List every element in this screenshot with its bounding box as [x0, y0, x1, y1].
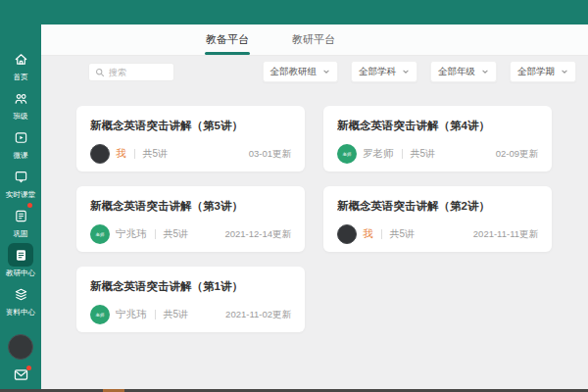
course-meta: 老师 罗老师 共5讲 02-09更新 — [337, 144, 538, 164]
sidebar-item-microcourse[interactable]: 微课 — [0, 125, 41, 165]
course-card[interactable]: 新概念英语突击讲解（第4讲） 老师 罗老师 共5讲 02-09更新 — [323, 106, 552, 172]
filter-dropdown-value: 全部学期 — [517, 66, 555, 78]
lecture-count: 共5讲 — [164, 227, 189, 241]
tab-0[interactable]: 教备平台 — [206, 24, 249, 55]
sidebar-item-research-center[interactable]: 教研中心 — [0, 243, 41, 282]
author-name: 我 — [116, 147, 126, 161]
sidebar-item-label: 首页 — [13, 73, 27, 81]
sidebar-item-class[interactable]: 班级 — [0, 86, 41, 125]
author-avatar-label: 老师 — [343, 151, 352, 156]
course-card[interactable]: 新概念英语突击讲解（第5讲） 我 共5讲 03-01更新 — [76, 106, 305, 172]
tab-label: 教备平台 — [206, 32, 249, 47]
lecture-count: 共5讲 — [390, 227, 416, 241]
mail-button[interactable] — [14, 368, 28, 381]
live-classroom-icon — [14, 170, 28, 184]
lecture-count: 共5讲 — [164, 308, 189, 321]
sidebar-bottom — [8, 334, 33, 381]
top-header-bar: 伯索 — [0, 0, 588, 24]
sidebar-item-materials-center[interactable]: 资料中心 — [0, 282, 41, 321]
search-icon — [95, 64, 105, 81]
author-avatar-label: 老师 — [96, 312, 105, 317]
course-card[interactable]: 新概念英语突击讲解（第2讲） 我 共5讲 2021-11-11更新 — [323, 186, 552, 252]
course-meta: 老师 宁兆玮 共5讲 2021-11-02更新 — [90, 305, 291, 324]
microcourse-icon — [14, 130, 28, 145]
sidebar-item-label: 实时课堂 — [6, 190, 35, 199]
author-avatar-label: 老师 — [96, 231, 105, 236]
author-name: 我 — [363, 227, 373, 241]
chevron-down-icon — [561, 68, 568, 75]
sidebar-item-home[interactable]: 首页 — [0, 47, 41, 86]
course-title: 新概念英语突击讲解（第2讲） — [337, 199, 538, 214]
sidebar: 首页 班级 微课 — [0, 0, 41, 389]
filter-dropdown-1[interactable]: 全部学科 — [351, 61, 417, 82]
author-avatar — [337, 224, 357, 244]
home-icon — [14, 52, 28, 67]
meta-divider — [155, 310, 156, 319]
course-title: 新概念英语突击讲解（第4讲） — [337, 119, 538, 133]
materials-center-icon — [14, 287, 28, 302]
filter-dropdown-value: 全部教研组 — [270, 66, 318, 78]
filter-dropdowns: 全部教研组 全部学科 全部年级 — [263, 61, 577, 82]
chevron-down-icon — [481, 68, 489, 75]
mail-icon — [14, 368, 28, 381]
notification-dot — [27, 203, 32, 208]
filter-toolbar: 全部教研组 全部学科 全部年级 — [41, 56, 588, 89]
consolidation-icon — [14, 209, 28, 223]
tab-1[interactable]: 教研平台 — [292, 24, 335, 55]
course-title: 新概念英语突击讲解（第1讲） — [90, 279, 291, 294]
author-avatar — [90, 144, 110, 164]
author-name: 罗老师 — [363, 147, 394, 161]
sidebar-nav: 首页 班级 微课 — [0, 47, 41, 321]
filter-dropdown-value: 全部年级 — [438, 66, 475, 78]
lecture-count: 共5讲 — [411, 147, 436, 161]
app-window: 伯索 首页 班级 — [0, 0, 588, 392]
chevron-down-icon — [402, 68, 410, 75]
tab-label: 教研平台 — [292, 32, 335, 47]
course-card-grid: 新概念英语突击讲解（第5讲） 我 共5讲 03-01更新 新概念英语突击讲解（第… — [76, 106, 552, 332]
course-title: 新概念英语突击讲解（第3讲） — [90, 199, 291, 214]
platform-tabbar: 教备平台 教研平台 — [41, 24, 588, 56]
lecture-count: 共5讲 — [143, 147, 169, 161]
course-meta: 我 共5讲 2021-11-11更新 — [337, 224, 538, 244]
updated-date: 2021-12-14更新 — [224, 228, 291, 241]
meta-divider — [134, 149, 135, 159]
author-name: 宁兆玮 — [116, 308, 147, 321]
filter-dropdown-2[interactable]: 全部年级 — [430, 61, 497, 82]
course-card[interactable]: 新概念英语突击讲解（第3讲） 老师 宁兆玮 共5讲 2021-12-14更新 — [76, 186, 305, 252]
class-icon — [14, 91, 28, 106]
search-box — [88, 63, 174, 81]
meta-divider — [155, 229, 156, 239]
search-input[interactable] — [109, 68, 168, 77]
sidebar-item-label: 班级 — [13, 112, 27, 121]
chevron-down-icon — [322, 68, 330, 75]
author-avatar: 老师 — [90, 224, 110, 244]
meta-divider — [381, 229, 382, 239]
course-card[interactable]: 新概念英语突击讲解（第1讲） 老师 宁兆玮 共5讲 2021-11-02更新 — [76, 267, 305, 332]
sidebar-item-label: 资料中心 — [6, 308, 35, 317]
sidebar-item-live-classroom[interactable]: 实时课堂 — [0, 165, 41, 204]
course-meta: 老师 宁兆玮 共5讲 2021-12-14更新 — [90, 224, 291, 244]
filter-dropdown-0[interactable]: 全部教研组 — [263, 61, 339, 82]
author-avatar: 老师 — [90, 305, 110, 324]
user-avatar[interactable] — [8, 334, 33, 360]
course-title: 新概念英语突击讲解（第5讲） — [90, 119, 291, 133]
filter-dropdown-value: 全部学科 — [359, 66, 396, 78]
updated-date: 02-09更新 — [496, 148, 538, 161]
sidebar-item-label: 微课 — [13, 151, 27, 160]
meta-divider — [402, 149, 403, 159]
updated-date: 2021-11-02更新 — [225, 309, 291, 321]
filter-dropdown-3[interactable]: 全部学期 — [510, 61, 576, 82]
course-meta: 我 共5讲 03-01更新 — [90, 144, 291, 164]
sidebar-item-label: 教研中心 — [6, 269, 35, 277]
updated-date: 2021-11-11更新 — [473, 228, 538, 241]
mail-notification-dot — [26, 366, 31, 370]
sidebar-item-label: 巩固 — [13, 229, 27, 238]
author-name: 宁兆玮 — [116, 227, 147, 241]
author-avatar: 老师 — [337, 144, 357, 164]
updated-date: 03-01更新 — [249, 148, 291, 161]
research-center-icon — [14, 248, 28, 263]
sidebar-item-consolidation[interactable]: 巩固 — [0, 204, 41, 243]
